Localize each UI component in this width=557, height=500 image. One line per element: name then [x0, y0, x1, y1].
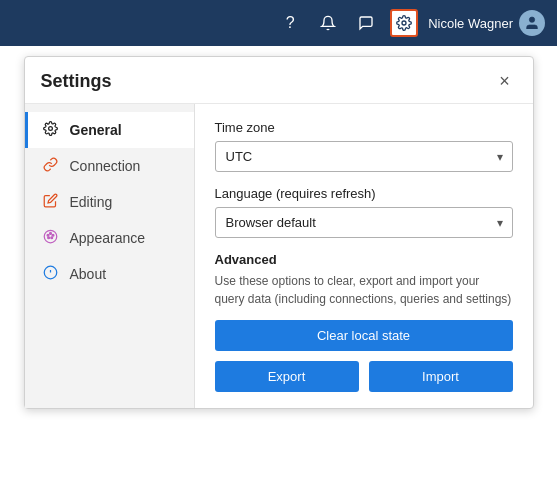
import-button[interactable]: Import	[369, 361, 513, 392]
appearance-icon	[42, 229, 60, 247]
settings-content: Time zone UTC America/New_York America/L…	[195, 104, 533, 408]
connection-icon	[42, 157, 60, 175]
language-select[interactable]: Browser default English French German Sp…	[215, 207, 513, 238]
advanced-desc: Use these options to clear, export and i…	[215, 272, 513, 308]
editing-icon	[42, 193, 60, 211]
sidebar-item-connection[interactable]: Connection	[25, 148, 194, 184]
chat-icon[interactable]	[352, 9, 380, 37]
user-name: Nicole Wagner	[428, 16, 513, 31]
panel-title: Settings	[41, 71, 112, 92]
svg-point-4	[47, 234, 49, 236]
sidebar-item-about[interactable]: About	[25, 256, 194, 292]
sidebar-item-appearance[interactable]: Appearance	[25, 220, 194, 256]
export-button[interactable]: Export	[215, 361, 359, 392]
notification-icon[interactable]	[314, 9, 342, 37]
close-button[interactable]: ×	[493, 69, 517, 93]
language-field: Browser default English French German Sp…	[215, 207, 513, 238]
timezone-select[interactable]: UTC America/New_York America/Los_Angeles…	[215, 141, 513, 172]
svg-point-7	[51, 237, 53, 239]
timezone-field: UTC America/New_York America/Los_Angeles…	[215, 141, 513, 172]
help-icon[interactable]: ?	[276, 9, 304, 37]
clear-local-state-button[interactable]: Clear local state	[215, 320, 513, 351]
settings-area: Settings × General	[0, 46, 557, 409]
timezone-label: Time zone	[215, 120, 513, 135]
sidebar-item-editing[interactable]: Editing	[25, 184, 194, 220]
sidebar-label-general: General	[70, 122, 122, 138]
language-label: Language (requires refresh)	[215, 186, 513, 201]
sidebar-label-connection: Connection	[70, 158, 141, 174]
sidebar-label-appearance: Appearance	[70, 230, 146, 246]
general-icon	[42, 121, 60, 139]
svg-point-1	[529, 17, 534, 22]
sidebar-item-general[interactable]: General	[25, 112, 194, 148]
settings-panel: Settings × General	[24, 56, 534, 409]
panel-header: Settings ×	[25, 57, 533, 104]
settings-sidebar: General Connection	[25, 104, 195, 408]
svg-point-2	[49, 127, 53, 131]
export-import-row: Export Import	[215, 361, 513, 392]
sidebar-label-about: About	[70, 266, 107, 282]
user-menu[interactable]: Nicole Wagner	[428, 10, 545, 36]
avatar	[519, 10, 545, 36]
advanced-title: Advanced	[215, 252, 513, 267]
svg-point-0	[402, 21, 406, 25]
settings-gear-icon[interactable]	[390, 9, 418, 37]
svg-point-8	[48, 237, 50, 239]
sidebar-label-editing: Editing	[70, 194, 113, 210]
topbar: ? Nicole Wagner	[0, 0, 557, 46]
about-icon	[42, 265, 60, 283]
svg-point-6	[52, 234, 54, 236]
svg-point-5	[50, 232, 52, 234]
panel-body: General Connection	[25, 104, 533, 408]
